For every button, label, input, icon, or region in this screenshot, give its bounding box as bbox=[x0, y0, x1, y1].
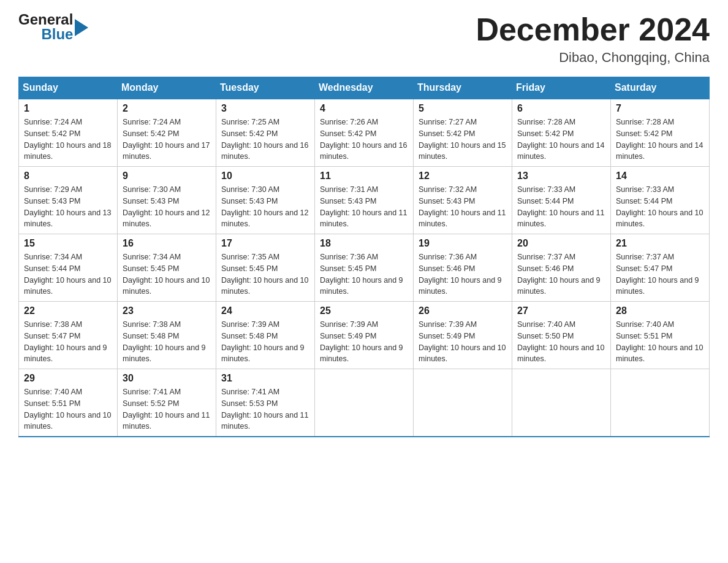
day-info: Sunrise: 7:29 AMSunset: 5:43 PMDaylight:… bbox=[24, 185, 111, 228]
day-number: 18 bbox=[320, 238, 408, 249]
day-number: 14 bbox=[616, 170, 704, 182]
week-row-2: 8 Sunrise: 7:29 AMSunset: 5:43 PMDayligh… bbox=[19, 167, 710, 234]
day-info: Sunrise: 7:33 AMSunset: 5:44 PMDaylight:… bbox=[517, 185, 604, 228]
day-info: Sunrise: 7:39 AMSunset: 5:49 PMDaylight:… bbox=[419, 320, 506, 363]
weekday-header-row: SundayMondayTuesdayWednesdayThursdayFrid… bbox=[19, 77, 710, 99]
day-number: 13 bbox=[517, 170, 605, 182]
day-cell bbox=[414, 369, 512, 437]
day-number: 25 bbox=[320, 305, 408, 316]
day-cell: 29 Sunrise: 7:40 AMSunset: 5:51 PMDaylig… bbox=[19, 369, 118, 437]
weekday-header-thursday: Thursday bbox=[414, 77, 512, 99]
day-cell: 31 Sunrise: 7:41 AMSunset: 5:53 PMDaylig… bbox=[216, 369, 315, 437]
day-cell: 5 Sunrise: 7:27 AMSunset: 5:42 PMDayligh… bbox=[414, 99, 512, 167]
day-number: 10 bbox=[221, 170, 309, 182]
title-area: December 2024 Dibao, Chongqing, China bbox=[476, 12, 710, 66]
day-number: 17 bbox=[221, 238, 309, 249]
logo-area: General Blue bbox=[18, 12, 88, 42]
weekday-header-tuesday: Tuesday bbox=[216, 77, 315, 99]
day-info: Sunrise: 7:36 AMSunset: 5:46 PMDaylight:… bbox=[419, 253, 502, 296]
logo-general: General bbox=[18, 12, 73, 27]
day-cell: 10 Sunrise: 7:30 AMSunset: 5:43 PMDaylig… bbox=[216, 167, 315, 234]
day-cell: 6 Sunrise: 7:28 AMSunset: 5:42 PMDayligh… bbox=[512, 99, 611, 167]
day-cell: 25 Sunrise: 7:39 AMSunset: 5:49 PMDaylig… bbox=[315, 302, 414, 369]
day-number: 23 bbox=[123, 305, 211, 316]
day-cell: 15 Sunrise: 7:34 AMSunset: 5:44 PMDaylig… bbox=[19, 234, 118, 302]
day-cell: 4 Sunrise: 7:26 AMSunset: 5:42 PMDayligh… bbox=[315, 99, 414, 167]
day-info: Sunrise: 7:24 AMSunset: 5:42 PMDaylight:… bbox=[123, 118, 210, 161]
calendar-table: SundayMondayTuesdayWednesdayThursdayFrid… bbox=[18, 77, 710, 437]
day-info: Sunrise: 7:37 AMSunset: 5:47 PMDaylight:… bbox=[616, 253, 699, 296]
day-number: 5 bbox=[419, 103, 507, 114]
day-info: Sunrise: 7:34 AMSunset: 5:45 PMDaylight:… bbox=[123, 253, 210, 296]
day-cell: 8 Sunrise: 7:29 AMSunset: 5:43 PMDayligh… bbox=[19, 167, 118, 234]
logo-arrow-icon bbox=[75, 19, 88, 39]
day-number: 24 bbox=[221, 305, 309, 316]
day-number: 19 bbox=[419, 238, 507, 249]
day-info: Sunrise: 7:35 AMSunset: 5:45 PMDaylight:… bbox=[221, 253, 308, 296]
day-cell: 22 Sunrise: 7:38 AMSunset: 5:47 PMDaylig… bbox=[19, 302, 118, 369]
day-cell: 21 Sunrise: 7:37 AMSunset: 5:47 PMDaylig… bbox=[611, 234, 710, 302]
day-number: 12 bbox=[419, 170, 507, 182]
day-info: Sunrise: 7:28 AMSunset: 5:42 PMDaylight:… bbox=[616, 118, 703, 161]
day-info: Sunrise: 7:30 AMSunset: 5:43 PMDaylight:… bbox=[123, 185, 210, 228]
day-cell: 11 Sunrise: 7:31 AMSunset: 5:43 PMDaylig… bbox=[315, 167, 414, 234]
day-cell: 16 Sunrise: 7:34 AMSunset: 5:45 PMDaylig… bbox=[118, 234, 216, 302]
day-cell: 28 Sunrise: 7:40 AMSunset: 5:51 PMDaylig… bbox=[611, 302, 710, 369]
day-info: Sunrise: 7:37 AMSunset: 5:46 PMDaylight:… bbox=[517, 253, 601, 296]
day-number: 22 bbox=[24, 305, 112, 316]
day-number: 6 bbox=[517, 103, 605, 114]
header: General Blue December 2024 Dibao, Chongq… bbox=[18, 12, 710, 66]
day-cell: 27 Sunrise: 7:40 AMSunset: 5:50 PMDaylig… bbox=[512, 302, 611, 369]
day-number: 29 bbox=[24, 373, 112, 384]
week-row-3: 15 Sunrise: 7:34 AMSunset: 5:44 PMDaylig… bbox=[19, 234, 710, 302]
weekday-header-friday: Friday bbox=[512, 77, 611, 99]
day-info: Sunrise: 7:34 AMSunset: 5:44 PMDaylight:… bbox=[24, 253, 111, 296]
day-cell bbox=[315, 369, 414, 437]
day-info: Sunrise: 7:25 AMSunset: 5:42 PMDaylight:… bbox=[221, 118, 308, 161]
day-info: Sunrise: 7:28 AMSunset: 5:42 PMDaylight:… bbox=[517, 118, 604, 161]
day-info: Sunrise: 7:39 AMSunset: 5:48 PMDaylight:… bbox=[221, 320, 305, 363]
day-cell: 12 Sunrise: 7:32 AMSunset: 5:43 PMDaylig… bbox=[414, 167, 512, 234]
calendar-subtitle: Dibao, Chongqing, China bbox=[476, 50, 710, 66]
day-cell: 20 Sunrise: 7:37 AMSunset: 5:46 PMDaylig… bbox=[512, 234, 611, 302]
day-number: 28 bbox=[616, 305, 704, 316]
week-row-5: 29 Sunrise: 7:40 AMSunset: 5:51 PMDaylig… bbox=[19, 369, 710, 437]
day-info: Sunrise: 7:36 AMSunset: 5:45 PMDaylight:… bbox=[320, 253, 403, 296]
day-info: Sunrise: 7:39 AMSunset: 5:49 PMDaylight:… bbox=[320, 320, 403, 363]
day-cell: 24 Sunrise: 7:39 AMSunset: 5:48 PMDaylig… bbox=[216, 302, 315, 369]
day-info: Sunrise: 7:40 AMSunset: 5:51 PMDaylight:… bbox=[616, 320, 703, 363]
day-cell: 26 Sunrise: 7:39 AMSunset: 5:49 PMDaylig… bbox=[414, 302, 512, 369]
day-cell bbox=[611, 369, 710, 437]
day-cell: 30 Sunrise: 7:41 AMSunset: 5:52 PMDaylig… bbox=[118, 369, 216, 437]
day-info: Sunrise: 7:33 AMSunset: 5:44 PMDaylight:… bbox=[616, 185, 703, 228]
weekday-header-sunday: Sunday bbox=[19, 77, 118, 99]
day-info: Sunrise: 7:27 AMSunset: 5:42 PMDaylight:… bbox=[419, 118, 506, 161]
day-number: 9 bbox=[123, 170, 211, 182]
day-cell: 7 Sunrise: 7:28 AMSunset: 5:42 PMDayligh… bbox=[611, 99, 710, 167]
calendar-title: December 2024 bbox=[476, 12, 710, 47]
weekday-header-monday: Monday bbox=[118, 77, 216, 99]
day-info: Sunrise: 7:38 AMSunset: 5:48 PMDaylight:… bbox=[123, 320, 206, 363]
day-number: 15 bbox=[24, 238, 112, 249]
day-cell: 3 Sunrise: 7:25 AMSunset: 5:42 PMDayligh… bbox=[216, 99, 315, 167]
week-row-4: 22 Sunrise: 7:38 AMSunset: 5:47 PMDaylig… bbox=[19, 302, 710, 369]
day-number: 21 bbox=[616, 238, 704, 249]
day-info: Sunrise: 7:31 AMSunset: 5:43 PMDaylight:… bbox=[320, 185, 407, 228]
day-info: Sunrise: 7:32 AMSunset: 5:43 PMDaylight:… bbox=[419, 185, 506, 228]
day-info: Sunrise: 7:38 AMSunset: 5:47 PMDaylight:… bbox=[24, 320, 107, 363]
day-cell bbox=[512, 369, 611, 437]
day-cell: 13 Sunrise: 7:33 AMSunset: 5:44 PMDaylig… bbox=[512, 167, 611, 234]
svg-marker-0 bbox=[75, 19, 88, 36]
day-info: Sunrise: 7:26 AMSunset: 5:42 PMDaylight:… bbox=[320, 118, 407, 161]
day-info: Sunrise: 7:41 AMSunset: 5:53 PMDaylight:… bbox=[221, 388, 308, 431]
day-number: 20 bbox=[517, 238, 605, 249]
day-info: Sunrise: 7:40 AMSunset: 5:50 PMDaylight:… bbox=[517, 320, 604, 363]
day-number: 8 bbox=[24, 170, 112, 182]
day-info: Sunrise: 7:30 AMSunset: 5:43 PMDaylight:… bbox=[221, 185, 308, 228]
day-number: 4 bbox=[320, 103, 408, 114]
day-cell: 18 Sunrise: 7:36 AMSunset: 5:45 PMDaylig… bbox=[315, 234, 414, 302]
day-cell: 23 Sunrise: 7:38 AMSunset: 5:48 PMDaylig… bbox=[118, 302, 216, 369]
day-info: Sunrise: 7:41 AMSunset: 5:52 PMDaylight:… bbox=[123, 388, 210, 431]
day-number: 26 bbox=[419, 305, 507, 316]
day-number: 7 bbox=[616, 103, 704, 114]
